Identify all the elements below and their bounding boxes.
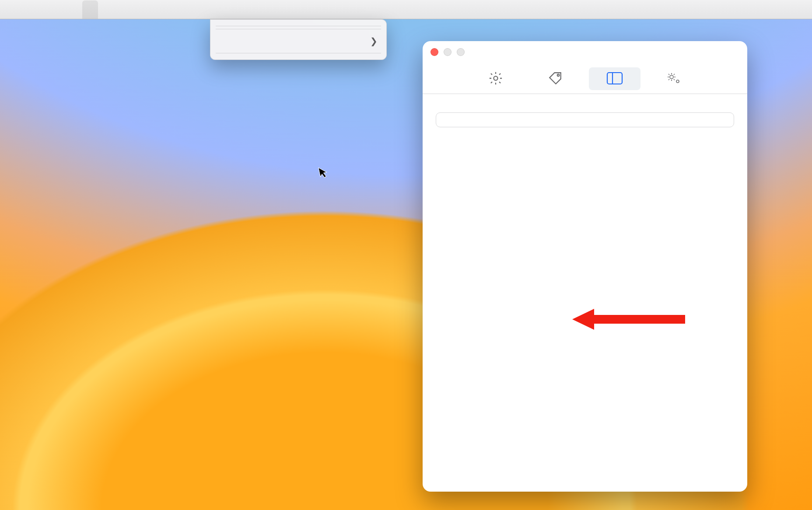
- menubar-app[interactable]: [19, 0, 35, 19]
- tab-general[interactable]: [470, 67, 522, 90]
- tab-advanced[interactable]: [648, 67, 700, 90]
- menubar-window[interactable]: [98, 0, 114, 19]
- svg-marker-6: [572, 309, 685, 330]
- menu-separator: [216, 29, 381, 29]
- menu-separator: [216, 53, 381, 53]
- sidebar-items-panel: [436, 112, 734, 127]
- chevron-right-icon: ❯: [366, 36, 378, 46]
- zoom-window-button[interactable]: [457, 48, 465, 56]
- menu-recent-folders[interactable]: ❯: [210, 32, 386, 50]
- menubar-file[interactable]: [35, 0, 51, 19]
- svg-rect-2: [607, 73, 622, 84]
- gear-icon: [488, 70, 503, 86]
- svg-point-1: [557, 74, 560, 77]
- svg-point-5: [676, 80, 679, 83]
- menubar-help[interactable]: [114, 0, 130, 19]
- window-titlebar[interactable]: [423, 41, 747, 58]
- menubar-go[interactable]: [82, 0, 98, 19]
- menu-separator: [216, 26, 381, 26]
- finder-settings-window: [423, 41, 747, 492]
- sidebar-caption: [436, 106, 734, 112]
- annotation-arrow-icon: [572, 306, 686, 332]
- menubar-edit[interactable]: [51, 0, 66, 19]
- svg-point-4: [670, 75, 673, 79]
- go-menu: ❯: [210, 19, 387, 60]
- svg-point-0: [494, 77, 497, 80]
- tab-tags[interactable]: [529, 67, 581, 90]
- close-window-button[interactable]: [430, 48, 438, 56]
- tag-icon: [548, 70, 563, 86]
- menubar: [0, 0, 812, 19]
- gears-icon: [665, 70, 683, 86]
- settings-toolbar: [423, 58, 747, 94]
- sidebar-icon: [606, 70, 623, 85]
- tab-sidebar[interactable]: [589, 67, 640, 90]
- minimize-window-button[interactable]: [444, 48, 452, 56]
- menubar-view[interactable]: [66, 0, 82, 19]
